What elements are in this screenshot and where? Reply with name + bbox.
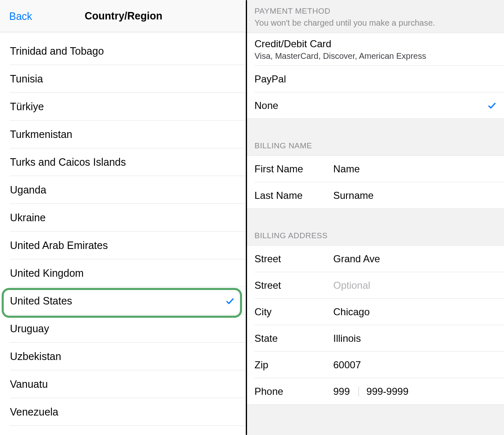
phone-prefix[interactable]: 999 <box>333 386 359 397</box>
country-row[interactable]: United Arab Emirates <box>0 232 247 259</box>
country-label: Vanuatu <box>10 378 48 390</box>
country-row[interactable]: Uzbekistan <box>0 343 247 370</box>
payment-method-options: Credit/Debit CardVisa, MasterCard, Disco… <box>247 33 504 119</box>
payment-option-title: None <box>254 100 278 111</box>
form-label: City <box>254 306 333 318</box>
form-value[interactable]: Optional <box>333 280 497 291</box>
form-value[interactable]: Surname <box>333 190 497 201</box>
section-caption: BILLING ADDRESS <box>254 231 497 240</box>
payment-method-option[interactable]: None <box>247 92 504 119</box>
form-label: Street <box>254 253 333 265</box>
form-label: Last Name <box>254 190 333 201</box>
form-value[interactable]: Illinois <box>333 333 497 344</box>
form-value[interactable]: Name <box>333 163 497 175</box>
payment-method-option[interactable]: PayPal <box>247 66 504 92</box>
country-row[interactable]: Ukraine <box>0 204 247 232</box>
form-label: Street <box>254 280 333 291</box>
payment-option-title: PayPal <box>254 73 286 85</box>
billing-name-fields: First NameNameLast NameSurname <box>247 156 504 209</box>
country-row[interactable]: Tunisia <box>0 65 247 93</box>
country-row[interactable]: Turkmenistan <box>0 121 247 148</box>
payment-option-title: Credit/Debit Card <box>254 38 426 50</box>
form-value[interactable]: 999999-9999 <box>333 386 497 397</box>
form-label: State <box>254 333 333 344</box>
form-value[interactable]: 60007 <box>333 359 497 371</box>
country-label: Venezuela <box>10 406 58 418</box>
form-label: Zip <box>254 359 333 371</box>
form-value[interactable]: Grand Ave <box>333 253 497 265</box>
form-value[interactable]: Chicago <box>333 306 497 318</box>
country-label: Uganda <box>10 184 46 196</box>
billing-address-header: BILLING ADDRESS <box>247 209 504 246</box>
country-row[interactable]: Vanuatu <box>0 370 247 398</box>
form-row[interactable]: CityChicago <box>247 299 504 325</box>
country-row[interactable]: Uruguay <box>0 315 247 343</box>
country-row[interactable]: Trinidad and Tobago <box>0 37 247 65</box>
billing-name-header: BILLING NAME <box>247 119 504 156</box>
country-label: Tunisia <box>10 73 43 85</box>
country-row[interactable]: United Kingdom <box>0 259 247 287</box>
country-row[interactable]: Venezuela <box>0 398 247 426</box>
country-label: Trinidad and Tobago <box>10 45 104 57</box>
form-row[interactable]: Last NameSurname <box>247 182 504 209</box>
country-label: Turks and Caicos Islands <box>10 156 126 168</box>
section-caption: PAYMENT METHOD <box>254 7 497 16</box>
section-subcaption: You won't be charged until you make a pu… <box>254 18 497 28</box>
form-label: Phone <box>254 386 333 397</box>
section-caption: BILLING NAME <box>254 141 497 150</box>
form-row[interactable]: StreetGrand Ave <box>247 246 504 272</box>
payment-method-option[interactable]: Credit/Debit CardVisa, MasterCard, Disco… <box>247 33 504 66</box>
form-row[interactable]: StreetOptional <box>247 272 504 299</box>
country-label: Ukraine <box>10 212 46 224</box>
checkmark-icon <box>225 297 235 306</box>
country-label: Türkiye <box>10 101 44 113</box>
checkmark-icon <box>487 101 497 110</box>
country-label: Uzbekistan <box>10 350 61 362</box>
country-label: Turkmenistan <box>10 128 73 140</box>
phone-number[interactable]: 999-9999 <box>366 386 408 397</box>
country-row[interactable]: United States <box>0 287 247 315</box>
country-list[interactable]: Trinidad and TobagoTunisiaTürkiyeTurkmen… <box>0 32 247 435</box>
page-title: Country/Region <box>0 10 247 22</box>
billing-address-fields: StreetGrand AveStreetOptionalCityChicago… <box>247 246 504 405</box>
country-label: United States <box>10 295 72 307</box>
country-label: United Arab Emirates <box>10 239 108 251</box>
left-header: Back Country/Region <box>0 0 247 32</box>
country-region-panel: Back Country/Region Trinidad and TobagoT… <box>0 0 247 435</box>
form-row[interactable]: Zip60007 <box>247 352 504 378</box>
form-row[interactable]: First NameName <box>247 156 504 182</box>
payment-option-subtitle: Visa, MasterCard, Discover, American Exp… <box>254 51 426 61</box>
form-label: First Name <box>254 163 333 175</box>
form-row[interactable]: StateIllinois <box>247 325 504 352</box>
account-form-panel: PAYMENT METHOD You won't be charged unti… <box>247 0 504 435</box>
country-row[interactable]: Uganda <box>0 176 247 204</box>
country-row[interactable]: Türkiye <box>0 93 247 121</box>
back-button[interactable]: Back <box>9 10 32 22</box>
country-row[interactable]: Turks and Caicos Islands <box>0 148 247 176</box>
payment-method-header: PAYMENT METHOD You won't be charged unti… <box>247 0 504 33</box>
country-label: United Kingdom <box>10 267 84 279</box>
form-row-phone[interactable]: Phone999999-9999 <box>247 378 504 405</box>
country-label: Uruguay <box>10 323 49 335</box>
